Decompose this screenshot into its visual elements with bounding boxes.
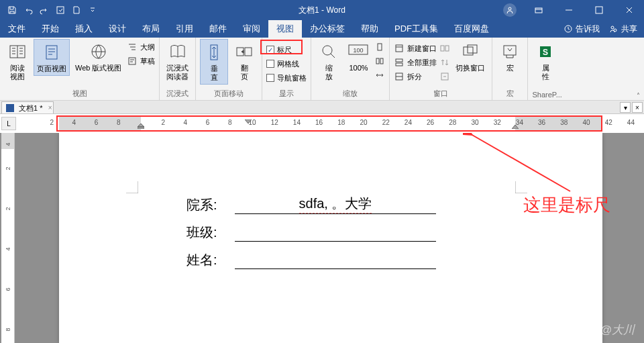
read-view-button[interactable]: 阅读视图 (4, 39, 31, 83)
ribbon-group-show: 标尺 网格线 导航窗格 显示 (262, 38, 311, 100)
ribbon: 阅读视图 页面视图 Web 版式视图 大纲 草稿 视图 沉浸式阅读器 沉浸式 (0, 38, 644, 101)
menu-tab-10[interactable]: 帮助 (353, 20, 386, 38)
svg-rect-29 (504, 46, 516, 55)
svg-rect-18 (376, 58, 379, 64)
document-page[interactable]: 院系: sdfa, 。大学 班级: 姓名: (59, 133, 602, 343)
macro-button[interactable]: 宏 (496, 39, 523, 75)
svg-rect-20 (396, 45, 402, 52)
svg-rect-3 (596, 7, 602, 13)
document-area: 422468 院系: sdfa, 。大学 班级: 姓名: 这里是标尺 知乎 @大… (0, 133, 644, 343)
new-icon[interactable] (70, 3, 83, 17)
document-content[interactable]: 院系: sdfa, 。大学 班级: 姓名: (186, 195, 436, 279)
horizontal-ruler[interactable]: 8642246810121416182022242628303234363840… (59, 117, 601, 130)
maximize-button[interactable] (584, 0, 614, 20)
mode-icon[interactable] (54, 3, 67, 17)
vertical-ruler[interactable]: 422468 (1, 133, 15, 343)
document-tab-strip: 文档1 * × ▾ × (0, 101, 644, 114)
arrange-all-button[interactable]: 全部重排 (394, 56, 437, 69)
annotation-text: 这里是标尺 (523, 193, 610, 217)
view-side-button[interactable] (439, 42, 450, 55)
redo-icon[interactable] (38, 3, 51, 17)
svg-rect-19 (380, 58, 383, 64)
menu-tab-0[interactable]: 文件 (0, 20, 34, 38)
properties-button[interactable]: S 属性 (532, 39, 559, 83)
svg-rect-10 (129, 58, 136, 64)
svg-rect-28 (468, 45, 477, 53)
class-label: 班级: (186, 224, 235, 242)
menu-tab-6[interactable]: 邮件 (201, 20, 235, 38)
menu-tab-5[interactable]: 引用 (168, 20, 201, 38)
menu-tab-9[interactable]: 办公标签 (302, 20, 353, 38)
svg-rect-2 (535, 8, 542, 13)
one-page-button[interactable] (374, 40, 385, 54)
document-tab[interactable]: 文档1 * × (1, 101, 54, 113)
svg-point-1 (508, 7, 511, 10)
name-value[interactable] (235, 253, 436, 269)
save-icon[interactable] (5, 3, 19, 17)
zoom-100-button[interactable]: 100 100% (345, 39, 372, 75)
share-button[interactable]: 共享 (609, 23, 637, 35)
menu-tab-7[interactable]: 审阅 (235, 20, 268, 38)
tell-me[interactable]: 告诉我 (564, 23, 600, 35)
multi-page-button[interactable] (374, 54, 385, 68)
minimize-button[interactable] (553, 0, 584, 20)
page-width-button[interactable] (374, 68, 385, 82)
ribbon-group-page-move: 垂直 翻页 页面移动 (196, 38, 262, 100)
menu-bar: 文件开始插入设计布局引用邮件审阅视图办公标签帮助PDF工具集百度网盘 告诉我 共… (0, 20, 644, 38)
menu-tab-11[interactable]: PDF工具集 (386, 20, 446, 38)
tab-dropdown-icon[interactable]: ▾ (620, 102, 631, 113)
dept-label: 院系: (186, 196, 235, 214)
class-value[interactable] (235, 226, 436, 242)
annotation-highlight-ruler-checkbox (260, 40, 303, 54)
ribbon-group-zoom: 缩放 100 100% 缩放 (311, 38, 390, 100)
grid-checkbox[interactable]: 网格线 (266, 57, 307, 70)
ribbon-options-icon[interactable] (523, 0, 553, 20)
close-button[interactable] (614, 0, 644, 20)
name-label: 姓名: (186, 251, 235, 269)
left-indent-icon[interactable] (138, 121, 144, 131)
web-layout-button[interactable]: Web 版式视图 (72, 39, 124, 75)
immersive-reader-button[interactable]: 沉浸式阅读器 (164, 39, 191, 83)
flip-button[interactable]: 翻页 (231, 39, 258, 83)
user-avatar[interactable] (503, 3, 517, 17)
tab-close-all-icon[interactable]: × (632, 102, 643, 113)
qat-dropdown-icon[interactable] (86, 3, 99, 17)
vertical-button[interactable]: 垂直 (200, 39, 228, 85)
right-indent-icon[interactable] (512, 121, 519, 131)
menu-tab-12[interactable]: 百度网盘 (446, 20, 497, 38)
menu-tab-8[interactable]: 视图 (268, 20, 302, 38)
sync-scroll-button[interactable] (439, 56, 450, 69)
menu-tab-2[interactable]: 插入 (67, 20, 101, 38)
svg-rect-21 (396, 59, 402, 62)
menu-tab-3[interactable]: 设计 (101, 20, 134, 38)
svg-rect-22 (396, 63, 402, 66)
reset-position-button[interactable] (439, 70, 450, 83)
svg-rect-0 (57, 7, 64, 13)
switch-window-button[interactable]: 切换窗口 (453, 39, 488, 75)
window-title: 文档1 - Word (299, 5, 345, 16)
svg-rect-8 (46, 46, 57, 59)
watermark: 知乎 @大川 (574, 322, 635, 338)
ruler-area: L 86422468101214161820222426283032343638… (0, 114, 644, 133)
svg-point-14 (323, 46, 332, 55)
title-bar: 文档1 - Word (0, 0, 644, 20)
print-layout-button[interactable]: 页面视图 (34, 39, 70, 76)
margin-mark-icon (515, 181, 527, 193)
outline-button[interactable]: 大纲 (127, 40, 155, 54)
close-tab-icon[interactable]: × (48, 102, 52, 114)
new-window-button[interactable]: 新建窗口 (394, 42, 437, 55)
draft-button[interactable]: 草稿 (127, 54, 155, 68)
collapse-ribbon-icon[interactable]: ˄ (637, 92, 640, 99)
first-line-indent-icon[interactable] (245, 116, 252, 126)
margin-mark-icon (126, 181, 138, 193)
menu-tab-4[interactable]: 布局 (134, 20, 168, 38)
zoom-button[interactable]: 缩放 (315, 39, 342, 83)
nav-checkbox[interactable]: 导航窗格 (266, 71, 307, 85)
svg-text:100: 100 (354, 47, 364, 54)
svg-rect-13 (245, 48, 252, 56)
tab-selector[interactable]: L (1, 117, 16, 130)
split-button[interactable]: 拆分 (394, 70, 437, 83)
undo-icon[interactable] (21, 3, 35, 17)
menu-tab-1[interactable]: 开始 (34, 20, 67, 38)
ribbon-group-macro: 宏 宏 (492, 38, 528, 100)
